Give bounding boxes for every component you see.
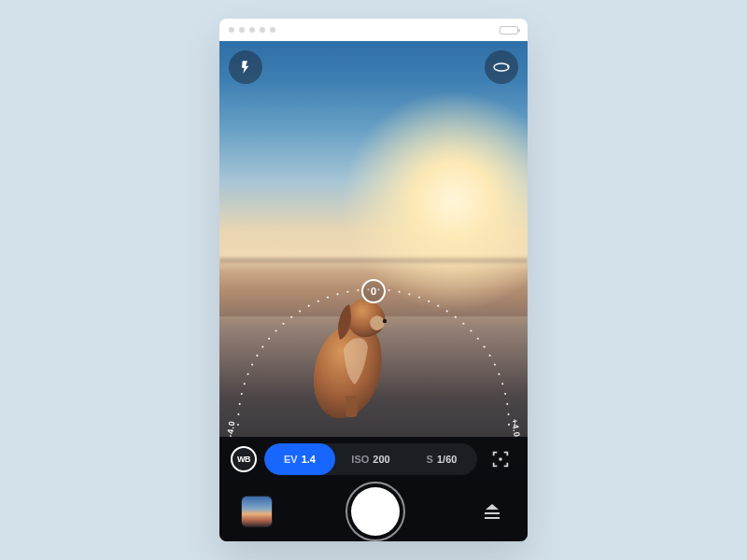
exposure-pill-group: EV 1.4 ISO 200 S 1/60	[264, 443, 477, 475]
chrome-dot	[270, 27, 275, 33]
chrome-dot	[260, 27, 265, 33]
svg-point-1	[499, 457, 502, 461]
white-balance-label: WB	[237, 455, 250, 464]
shutter-key: S	[427, 454, 433, 465]
phone-frame: -4.0 +4.0 0 WB EV 1.4 ISO 200 S	[219, 19, 528, 541]
dial-knob[interactable]: 0	[361, 279, 386, 303]
action-bar	[219, 482, 528, 541]
shutter-value: 1/60	[437, 454, 457, 465]
window-chrome	[219, 19, 528, 41]
svg-point-0	[383, 319, 387, 323]
shutter-speed-pill[interactable]: S 1/60	[406, 443, 477, 475]
dial-current-value: 0	[371, 286, 376, 297]
ev-key: EV	[284, 454, 298, 465]
gallery-thumbnail[interactable]	[242, 497, 272, 526]
iso-key: ISO	[351, 454, 369, 465]
battery-icon	[500, 26, 518, 35]
iso-value: 200	[373, 454, 389, 465]
ev-pill[interactable]: EV 1.4	[264, 443, 335, 475]
focus-mode-button[interactable]	[485, 443, 516, 475]
white-balance-button[interactable]: WB	[231, 446, 257, 472]
iso-pill[interactable]: ISO 200	[335, 443, 406, 475]
eject-button[interactable]	[479, 498, 505, 525]
viewfinder-subject	[308, 291, 402, 422]
flash-icon	[238, 60, 253, 75]
horizon-decoration	[219, 256, 528, 265]
flash-toggle[interactable]	[229, 50, 262, 84]
flip-camera-button[interactable]	[485, 50, 518, 84]
focus-frame-icon	[490, 449, 511, 469]
ev-value: 1.4	[302, 454, 316, 465]
camera-viewfinder[interactable]: -4.0 +4.0 0 WB EV 1.4 ISO 200 S	[219, 41, 528, 541]
eject-icon	[486, 504, 499, 510]
settings-bar: WB EV 1.4 ISO 200 S 1/60	[219, 437, 528, 482]
shutter-button[interactable]	[351, 487, 400, 536]
chrome-dot	[239, 27, 245, 33]
flip-camera-icon	[492, 61, 511, 74]
chrome-dot	[229, 27, 234, 33]
chrome-dot	[249, 27, 255, 33]
